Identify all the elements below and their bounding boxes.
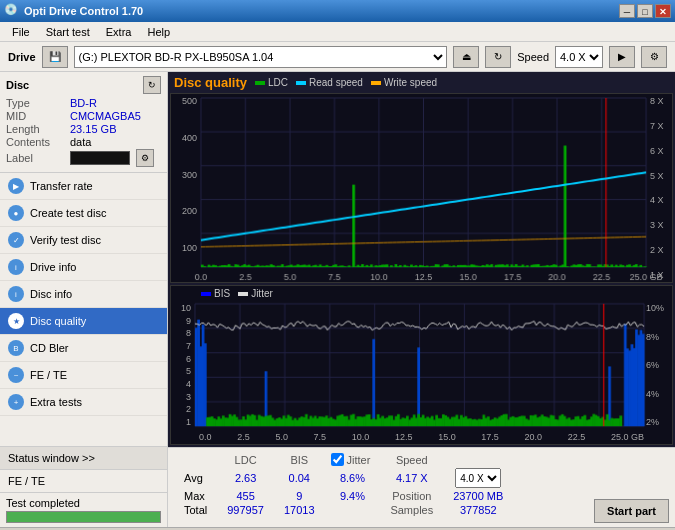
avg-ldc: 2.63 [217,467,274,489]
sidebar-item-disc-quality[interactable]: ★ Disc quality [0,308,167,335]
nav-label-fe-te: FE / TE [30,369,67,381]
speed-go-button[interactable]: ▶ [609,46,635,68]
row-avg-label: Avg [174,467,217,489]
sidebar-item-fe-te[interactable]: ~ FE / TE [0,362,167,389]
status-window-button[interactable]: Status window >> [0,447,167,470]
legend-jitter: Jitter [238,288,273,299]
legend-read-label: Read speed [309,77,363,88]
total-ldc: 997957 [217,503,274,517]
test-completed: Test completed [0,493,167,527]
eject-button[interactable]: ⏏ [453,46,479,68]
avg-jitter: 8.6% [325,467,381,489]
disc-panel: Disc ↻ Type BD-R MID CMCMAGBA5 Length 23… [0,72,167,173]
sidebar-item-disc-info[interactable]: i Disc info [0,281,167,308]
nav-label-drive: Drive info [30,261,76,273]
maximize-button[interactable]: □ [637,4,653,18]
disc-header-label: Disc [6,79,29,91]
drive-refresh-button[interactable]: ↻ [485,46,511,68]
legend-ldc-color [255,81,265,85]
menu-start-test[interactable]: Start test [38,24,98,40]
row-total-label: Total [174,503,217,517]
nav-icon-drive: i [8,259,24,275]
sidebar-item-transfer-rate[interactable]: ▶ Transfer rate [0,173,167,200]
legend-bis-label: BIS [214,288,230,299]
fe-te-label: FE / TE [0,470,167,493]
menu-help[interactable]: Help [139,24,178,40]
legend-bis-color [201,292,211,296]
legend-read-color [296,81,306,85]
drive-icon-btn[interactable]: 💾 [42,46,68,68]
drive-select[interactable]: (G:) PLEXTOR BD-R PX-LB950SA 1.04 [74,46,448,68]
legend-jitter-color [238,292,248,296]
max-ldc: 455 [217,489,274,503]
disc-label-label: Label [6,152,66,164]
stats-table: LDC BIS Jitter Speed A [174,452,513,517]
col-jitter-label: Jitter [347,454,371,466]
nav-icon-disc-info: i [8,286,24,302]
label-settings-button[interactable]: ⚙ [136,149,154,167]
nav-label-extra: Extra tests [30,396,82,408]
legend-write-speed: Write speed [371,77,437,88]
speed-label: Speed [517,51,549,63]
start-part-button[interactable]: Start part [594,499,669,523]
nav-icon-transfer-rate: ▶ [8,178,24,194]
settings-button[interactable]: ⚙ [641,46,667,68]
sidebar-item-extra-tests[interactable]: + Extra tests [0,389,167,416]
disc-length-label: Length [6,123,66,135]
avg-speed: 4.17 X [380,467,443,489]
drive-bar: Drive 💾 (G:) PLEXTOR BD-R PX-LB950SA 1.0… [0,42,675,72]
jitter-checkbox[interactable] [331,453,344,466]
nav-icon-disc-quality: ★ [8,313,24,329]
total-bis: 17013 [274,503,325,517]
stats-bar: LDC BIS Jitter Speed A [168,447,675,527]
nav-label-create: Create test disc [30,207,106,219]
col-speed: Speed [380,452,443,467]
max-bis: 9 [274,489,325,503]
nav-icon-extra: + [8,394,24,410]
title-bar: 💿 Opti Drive Control 1.70 ─ □ ✕ [0,0,675,22]
speed-select-stats[interactable]: 4.0 X [455,468,501,488]
sidebar-item-create-test-disc[interactable]: ● Create test disc [0,200,167,227]
bis-chart: BIS Jitter 10 9 8 7 6 5 4 3 2 1 [170,285,673,445]
nav-items: ▶ Transfer rate ● Create test disc ✓ Ver… [0,173,167,446]
row-max-label: Max [174,489,217,503]
max-speed-label: Position [380,489,443,503]
avg-bis: 0.04 [274,467,325,489]
disc-contents-label: Contents [6,136,66,148]
close-button[interactable]: ✕ [655,4,671,18]
nav-icon-fe-te: ~ [8,367,24,383]
test-progress-fill [7,512,160,522]
legend-jitter-label: Jitter [251,288,273,299]
sidebar-item-cd-bler[interactable]: B CD Bler [0,335,167,362]
drive-label: Drive [8,51,36,63]
menu-file[interactable]: File [4,24,38,40]
disc-label-value [70,151,130,165]
col-bis: BIS [274,452,325,467]
disc-length-value: 23.15 GB [70,123,116,135]
minimize-button[interactable]: ─ [619,4,635,18]
test-progress-bar [6,511,161,523]
disc-contents-value: data [70,136,91,148]
chart-title: Disc quality [174,75,247,90]
menu-bar: File Start test Extra Help [0,22,675,42]
ldc-chart: 500 400 300 200 100 8 X 7 X 6 X 5 X 4 X … [170,93,673,283]
sidebar-bottom: Status window >> FE / TE Test completed [0,446,167,527]
total-samples: 377852 [443,503,513,517]
legend-ldc: LDC [255,77,288,88]
menu-extra[interactable]: Extra [98,24,140,40]
main-layout: Disc ↻ Type BD-R MID CMCMAGBA5 Length 23… [0,72,675,527]
sidebar-item-verify-test-disc[interactable]: ✓ Verify test disc [0,227,167,254]
sidebar-item-drive-info[interactable]: i Drive info [0,254,167,281]
sidebar: Disc ↻ Type BD-R MID CMCMAGBA5 Length 23… [0,72,168,527]
max-jitter: 9.4% [325,489,381,503]
disc-type-label: Type [6,97,66,109]
legend-write-label: Write speed [384,77,437,88]
disc-refresh-button[interactable]: ↻ [143,76,161,94]
nav-label-verify: Verify test disc [30,234,101,246]
legend-bis: BIS [201,288,230,299]
app-icon: 💿 [4,3,20,19]
nav-label-disc-quality: Disc quality [30,315,86,327]
speed-select[interactable]: 4.0 X [555,46,603,68]
legend-write-color [371,81,381,85]
disc-type-value: BD-R [70,97,97,109]
